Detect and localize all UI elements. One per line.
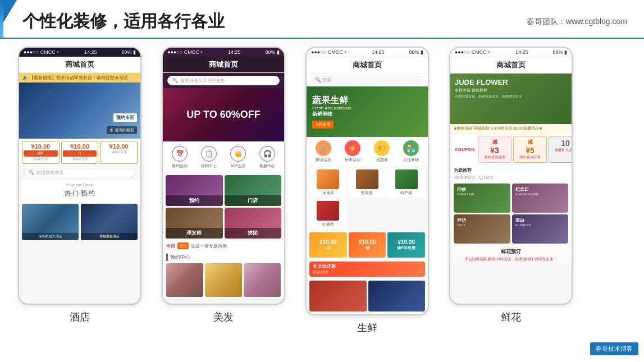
- hotel-coupon2-cond: 满900可用: [63, 157, 97, 162]
- beauty-appt-img-2[interactable]: [205, 263, 242, 297]
- flower-cat-1-label: 问候: [457, 186, 466, 193]
- flower-cat-3[interactable]: 拜访 VISIT: [454, 214, 510, 244]
- fresh-promo-prod-2[interactable]: [368, 281, 426, 311]
- hotel-coupon3-cond: 满900可用: [102, 150, 136, 155]
- beauty-grid-3[interactable]: 理发师: [166, 208, 223, 239]
- hotel2-label: 香格里拉酒店: [81, 233, 138, 240]
- page-title: 个性化装修，适用各行各业: [17, 10, 225, 33]
- flower-c1-label: 减: [482, 139, 508, 146]
- flower-c2-cond: 满50减 购花券: [517, 155, 543, 160]
- beauty-today-tag: 热报: [177, 242, 189, 249]
- beauty-icon-2[interactable]: 📋 核销中心: [201, 146, 217, 169]
- beauty-icon-2-label: 核销中心: [201, 163, 217, 169]
- fresh-promo-banner: ♛ 全民优惠 精选好物 ›: [307, 259, 428, 279]
- fresh-search-bar: 🔍 搜索: [307, 74, 428, 86]
- fresh-promo-inner[interactable]: ♛ 全民优惠 精选好物 ›: [309, 262, 425, 277]
- hotel-carrier: ●●●○○ CMCC ≈: [24, 49, 60, 55]
- flower-coupons-row: COUPON 减 ¥3 满30减 购花券 减 ¥5 满50减 购花券 10 逢趣…: [450, 134, 572, 165]
- fresh-product-img-2: [356, 169, 378, 189]
- fresh-coupon-3[interactable]: ¥10.00 满900可用: [387, 232, 425, 258]
- fresh-icon-3-label: 优惠券: [376, 157, 388, 163]
- beauty-search-box[interactable]: 🔍 春暖好春又实用的发型: [167, 76, 280, 85]
- flower-cat-4[interactable]: 表白 EXPRESS: [512, 214, 569, 244]
- beauty-search-container: 🔍 春暖好春又实用的发型: [163, 73, 284, 88]
- beauty-search-text: 春暖好春又实用的发型: [180, 77, 225, 84]
- beauty-grid-4-label: 拼团: [225, 228, 282, 239]
- flower-coupon-1[interactable]: 减 ¥3 满30减 购花券: [478, 136, 511, 163]
- beauty-icon-1-label: 预约活动: [172, 163, 188, 169]
- hotel-notice-bar[interactable]: 🔊 【最新情报】秒杀活动即将开启！请前往秒杀专区: [19, 73, 140, 83]
- fresh-coupon-2[interactable]: ¥10.00 领: [349, 232, 386, 258]
- fresh-icon-4[interactable]: 🏪 入住商铺: [403, 140, 419, 163]
- fresh-promo-prod-1[interactable]: [309, 281, 367, 311]
- fresh-product-1[interactable]: 水果类: [309, 168, 347, 198]
- fresh-product-4[interactable]: 红酒类: [309, 199, 347, 229]
- flower-battery: 80% ▮: [552, 49, 567, 55]
- fresh-coupons-row: ¥10.00 日 ¥10.00 领 ¥10.00 满900可用: [307, 231, 428, 259]
- fresh-banner-sub: Fresh And delicious: [312, 106, 351, 111]
- fresh-search-input[interactable]: 🔍 搜索: [311, 76, 423, 84]
- fresh-phone-label: 生鲜: [357, 321, 377, 334]
- fresh-main-banner[interactable]: 蔬果生鲜 Fresh And delicious 新鲜美味 立即查看: [307, 86, 428, 137]
- flower-notice: ❀新鲜花材·同城配送·1-3小时送达·100%温馨承诺❀: [450, 124, 572, 134]
- beauty-grid-4[interactable]: 拼团: [225, 208, 282, 239]
- fresh-time: 14:25: [372, 49, 385, 55]
- flower-coupon-label: COUPON: [453, 145, 476, 154]
- hotel-nav-bar: 商城首页: [19, 57, 140, 73]
- flower-coupon-2[interactable]: 减 ¥5 满50减 购花券: [513, 136, 547, 163]
- beauty-appt-img-1[interactable]: [166, 263, 203, 297]
- beauty-today-text: 今日: [166, 243, 175, 249]
- beauty-icons-row: 📅 预约活动 📋 核销中心 👑 VIP会员 🎧 客服中心: [163, 141, 284, 173]
- flower-rec-sub: #即将来日古, 九月鲜花: [454, 175, 568, 181]
- hotel-coupon-row: ¥10.00 领取 满900可用 ¥10.00 口 满900可用 ¥10.00 …: [19, 139, 140, 166]
- fresh-icon-3[interactable]: 🎫 优惠券: [374, 140, 390, 163]
- hotel-image-1[interactable]: 深圳机场大酒店: [22, 204, 79, 240]
- fresh-promo-sub: 精选好物: [313, 269, 336, 275]
- beauty-icon-4-circle: 🎧: [259, 146, 275, 162]
- fresh-icon-1[interactable]: 🛒 拼团活动: [316, 140, 331, 163]
- hotel-image-2[interactable]: 香格里拉酒店: [81, 204, 138, 240]
- hotel-images-row: 深圳机场大酒店 香格里拉酒店: [19, 204, 140, 243]
- hotel-main-banner[interactable]: 预约专区 水 清湾的精彩: [19, 83, 140, 139]
- beauty-icon-1[interactable]: 📅 预约活动: [172, 146, 188, 169]
- flower-c3-cond: 逢趣返 礼品券: [552, 148, 573, 153]
- flower-c2-amount: ¥5: [517, 146, 543, 155]
- hotel-coupon-2[interactable]: ¥10.00 口 满900可用: [61, 141, 99, 164]
- hotel-phone-shell: ●●●○○ CMCC ≈ 14:25 80% ▮ 商城首页 🔊 【最新情报】秒杀…: [18, 47, 141, 305]
- flower-phone-section: ●●●○○ CMCC ≈ 14:25 80% ▮ 商城首页 JUDE FLOWE…: [442, 47, 579, 334]
- flower-coupon-3[interactable]: 10 逢趣返 礼品券: [549, 136, 573, 163]
- beauty-grid-2[interactable]: 门店: [225, 175, 282, 206]
- fresh-product-3[interactable]: 特产类: [387, 168, 425, 198]
- beauty-icon-3[interactable]: 👑 VIP会员: [230, 146, 246, 169]
- hotel-coupon2-btn[interactable]: 口: [63, 150, 97, 157]
- hotel-nav-title: 商城首页: [65, 60, 94, 68]
- beauty-nav-bar: 商城首页: [163, 57, 284, 73]
- hotel-phone-section: ●●●○○ CMCC ≈ 14:25 80% ▮ 商城首页 🔊 【最新情报】秒杀…: [11, 47, 148, 334]
- beauty-icon-4[interactable]: 🎧 客服中心: [259, 146, 275, 169]
- flower-banner-sub: 全程冷链 锁住新鲜: [455, 88, 522, 93]
- flower-cat-2[interactable]: 纪念日 ANNIVERSARY: [512, 184, 569, 213]
- fresh-icon-2[interactable]: ⚡ 秒杀活动: [345, 140, 360, 163]
- hotel-search-row: 🔍 快捷搜索酒店: [19, 166, 140, 180]
- beauty-today-tags: 今日 热报 这是一条专题示例: [163, 240, 284, 251]
- beauty-banner-title: UP TO 60%OFF: [186, 109, 260, 121]
- hotel-status-bar: ●●●○○ CMCC ≈ 14:25 80% ▮: [19, 48, 140, 57]
- hotel-time: 14:25: [84, 49, 97, 55]
- fresh-product-label-4: 红酒类: [322, 222, 334, 227]
- beauty-main-banner[interactable]: UP TO 60%OFF: [163, 88, 284, 141]
- fresh-banner-btn[interactable]: 立即查看: [312, 121, 334, 129]
- fresh-product-img-1: [317, 169, 339, 189]
- hotel-coupon1-amount: ¥10.00: [24, 143, 58, 150]
- fresh-phone-shell: ●●●○○ CMCC ≈ 14:25 80% ▮ 商城首页 🔍 搜索 蔬果生鲜 …: [305, 47, 429, 315]
- hotel-coupon-3[interactable]: ¥10.00 满900可用: [100, 141, 138, 164]
- flower-cat-1[interactable]: 问候 GREETING: [454, 184, 510, 213]
- hotel-coupon1-btn[interactable]: 领取: [24, 150, 58, 157]
- beauty-time: 14:25: [228, 49, 241, 55]
- fresh-product-2[interactable]: 坚果类: [349, 168, 386, 198]
- beauty-appt-img-3[interactable]: [244, 263, 281, 297]
- beauty-grid-1[interactable]: 预约: [166, 175, 223, 206]
- fresh-coupon-1[interactable]: ¥10.00 日: [309, 232, 347, 258]
- flower-main-banner[interactable]: JUDE FLOWER 全程冷链 锁住新鲜 全国同城送花，新鲜快递直送，免费赠送…: [450, 74, 572, 124]
- hotel-search-box[interactable]: 🔍 快捷搜索酒店: [24, 168, 136, 177]
- hotel-coupon-1[interactable]: ¥10.00 领取 满900可用: [22, 141, 60, 164]
